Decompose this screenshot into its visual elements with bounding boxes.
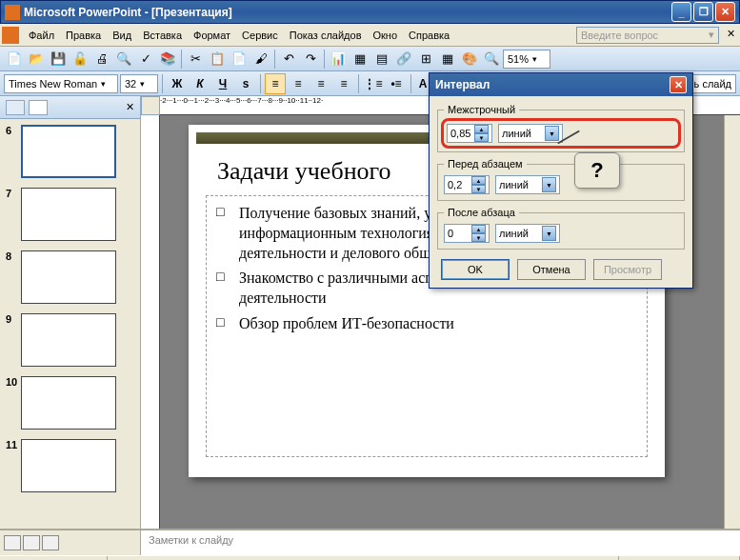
status-layout: Квадрант bbox=[108, 556, 619, 560]
tables-button[interactable]: ▤ bbox=[371, 49, 392, 70]
spacing-dialog: Интервал ✕ Межстрочный 0,85▲▼ линий▼ Пер… bbox=[429, 72, 693, 289]
italic-button[interactable]: К bbox=[190, 73, 210, 94]
spin-up-icon[interactable]: ▲ bbox=[471, 225, 486, 233]
color-button[interactable]: 🎨 bbox=[459, 49, 480, 70]
minimize-button[interactable]: _ bbox=[671, 2, 691, 22]
permission-button[interactable]: 🔓 bbox=[70, 49, 90, 70]
zoom-button[interactable]: 🔍 bbox=[481, 49, 502, 70]
status-slide: Слайд 6 из 22 bbox=[0, 556, 108, 560]
slide-thumbnail[interactable]: 7 bbox=[6, 188, 134, 241]
paste-button[interactable]: 📄 bbox=[229, 49, 250, 70]
app-icon bbox=[5, 5, 20, 20]
shadow-button[interactable]: s bbox=[235, 73, 256, 94]
format-painter-button[interactable]: 🖌 bbox=[250, 49, 271, 70]
close-button[interactable]: ✕ bbox=[715, 2, 735, 22]
dialog-close-button[interactable]: ✕ bbox=[670, 76, 687, 93]
font-combo[interactable]: Times New Roman▾ bbox=[4, 74, 118, 93]
cut-button[interactable]: ✂ bbox=[185, 49, 206, 70]
menu-file[interactable]: Файл bbox=[23, 28, 60, 43]
slideshow-view-button[interactable] bbox=[42, 535, 59, 550]
after-paragraph-group: После абзаца 0▲▼ линий▼ bbox=[437, 207, 685, 250]
doc-close-button[interactable]: ✕ bbox=[723, 28, 738, 43]
save-button[interactable]: 💾 bbox=[48, 49, 69, 70]
bold-button[interactable]: Ж bbox=[167, 73, 188, 94]
before-unit[interactable]: линий▼ bbox=[495, 175, 560, 194]
normal-view-button[interactable] bbox=[4, 535, 21, 550]
align-center-button[interactable]: ≡ bbox=[288, 73, 309, 94]
spell-button[interactable]: ✓ bbox=[135, 49, 156, 70]
chart-button[interactable]: 📊 bbox=[328, 49, 349, 70]
menu-help[interactable]: Справка bbox=[403, 28, 455, 43]
redo-button[interactable]: ↷ bbox=[300, 49, 321, 70]
slide-thumbnail[interactable]: 8 bbox=[6, 250, 134, 304]
after-value[interactable]: 0▲▼ bbox=[444, 224, 490, 243]
menu-window[interactable]: Окно bbox=[368, 28, 404, 43]
zoom-combo[interactable]: 51%▾ bbox=[503, 50, 550, 69]
outline-tab[interactable] bbox=[29, 100, 48, 115]
after-unit[interactable]: линий▼ bbox=[495, 224, 560, 243]
new-button[interactable]: 📄 bbox=[4, 49, 25, 70]
dropdown-icon[interactable]: ▼ bbox=[542, 226, 556, 241]
window-title: Microsoft PowerPoint - [Презентация] bbox=[24, 6, 671, 19]
dropdown-icon[interactable]: ▼ bbox=[545, 126, 559, 141]
grid-button[interactable]: ▦ bbox=[437, 49, 458, 70]
spin-down-icon[interactable]: ▼ bbox=[471, 185, 486, 193]
thumbnail-tabs: ✕ bbox=[0, 96, 140, 119]
dialog-titlebar[interactable]: Интервал ✕ bbox=[430, 73, 692, 96]
cancel-button[interactable]: Отмена bbox=[517, 259, 586, 280]
ruler-corner bbox=[141, 96, 160, 115]
menu-format[interactable]: Формат bbox=[188, 28, 236, 43]
ok-button[interactable]: OK bbox=[441, 259, 510, 280]
standard-toolbar: 📄 📂 💾 🔓 🖨 🔍 ✓ 📚 ✂ 📋 📄 🖌 ↶ ↷ 📊 ▦ ▤ 🔗 ⊞ ▦ … bbox=[0, 47, 740, 71]
spin-up-icon[interactable]: ▲ bbox=[474, 125, 489, 133]
line-spacing-unit[interactable]: линий▼ bbox=[498, 124, 563, 143]
notes-text[interactable]: Заметки к слайду bbox=[141, 530, 740, 555]
vertical-scrollbar[interactable] bbox=[724, 115, 740, 529]
view-buttons bbox=[0, 530, 141, 555]
underline-button[interactable]: Ч bbox=[212, 73, 233, 94]
line-spacing-value[interactable]: 0,85▲▼ bbox=[447, 124, 492, 143]
dropdown-icon[interactable]: ▼ bbox=[542, 177, 556, 192]
doc-icon bbox=[2, 27, 19, 44]
bullets-button[interactable]: •≡ bbox=[386, 73, 407, 94]
menu-show[interactable]: Показ слайдов bbox=[284, 28, 368, 43]
print-button[interactable]: 🖨 bbox=[91, 49, 112, 70]
sorter-view-button[interactable] bbox=[23, 535, 40, 550]
expand-button[interactable]: ⊞ bbox=[415, 49, 436, 70]
line-spacing-group: Межстрочный 0,85▲▼ линий▼ bbox=[437, 104, 685, 152]
before-value[interactable]: 0,2▲▼ bbox=[444, 175, 490, 194]
align-left-button[interactable]: ≡ bbox=[265, 73, 286, 94]
align-justify-button[interactable]: ≡ bbox=[333, 73, 354, 94]
slide-thumbnail[interactable]: 6 bbox=[6, 125, 134, 178]
menu-tools[interactable]: Сервис bbox=[236, 28, 284, 43]
menu-edit[interactable]: Правка bbox=[60, 28, 107, 43]
panel-close-icon[interactable]: ✕ bbox=[126, 101, 134, 113]
preview-button[interactable]: 🔍 bbox=[113, 49, 134, 70]
slide-bullet[interactable]: Обзор проблем ИТ-безопасности bbox=[216, 314, 637, 334]
help-search-box[interactable]: Введите вопрос▾ bbox=[576, 27, 719, 44]
dialog-title: Интервал bbox=[435, 78, 490, 91]
spin-up-icon[interactable]: ▲ bbox=[471, 176, 486, 185]
align-right-button[interactable]: ≡ bbox=[310, 73, 331, 94]
copy-button[interactable]: 📋 bbox=[207, 49, 228, 70]
table-button[interactable]: ▦ bbox=[350, 49, 370, 70]
hyperlink-button[interactable]: 🔗 bbox=[393, 49, 414, 70]
notes-pane: Заметки к слайду bbox=[0, 529, 740, 555]
new-slide-button[interactable]: ь слайд bbox=[690, 74, 736, 93]
spin-down-icon[interactable]: ▼ bbox=[471, 233, 486, 242]
maximize-button[interactable]: ❐ bbox=[693, 2, 713, 22]
menu-insert[interactable]: Вставка bbox=[137, 28, 188, 43]
preview-button[interactable]: Просмотр bbox=[593, 259, 662, 280]
slide-thumbnail[interactable]: 10 bbox=[6, 376, 134, 430]
menu-view[interactable]: Вид bbox=[107, 28, 137, 43]
open-button[interactable]: 📂 bbox=[26, 49, 47, 70]
numbering-button[interactable]: ⋮≡ bbox=[363, 73, 384, 94]
status-lang: русский (Россия) bbox=[619, 556, 740, 560]
slide-thumbnail[interactable]: 9 bbox=[6, 313, 134, 367]
size-combo[interactable]: 32▾ bbox=[120, 74, 158, 93]
slides-tab[interactable] bbox=[6, 100, 25, 115]
spin-down-icon[interactable]: ▼ bbox=[474, 133, 489, 142]
research-button[interactable]: 📚 bbox=[157, 49, 178, 70]
undo-button[interactable]: ↶ bbox=[278, 49, 299, 70]
slide-thumbnail[interactable]: 11 bbox=[6, 439, 134, 492]
